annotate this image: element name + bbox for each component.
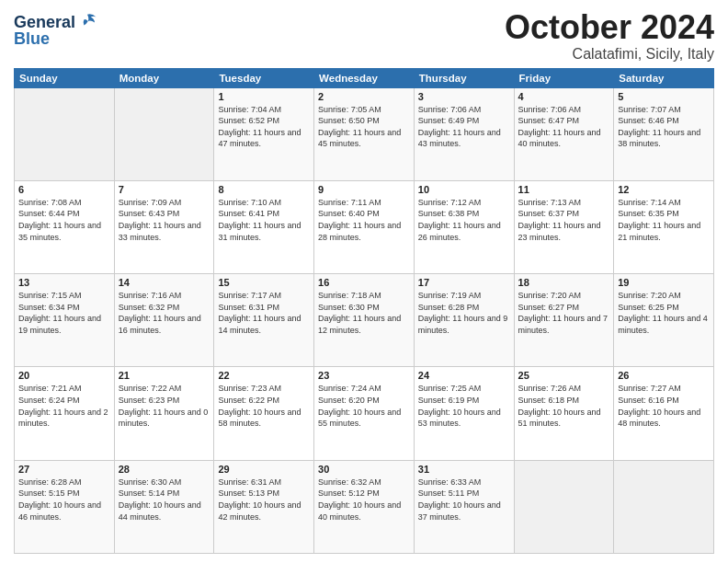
day-number: 22 (218, 370, 310, 381)
day-info: Sunrise: 7:06 AM Sunset: 6:49 PM Dayligh… (418, 104, 510, 150)
calendar-cell (614, 460, 714, 553)
day-info: Sunrise: 7:07 AM Sunset: 6:46 PM Dayligh… (618, 104, 710, 150)
day-number: 7 (119, 184, 210, 195)
day-number: 19 (618, 277, 710, 288)
calendar-cell: 16Sunrise: 7:18 AM Sunset: 6:30 PM Dayli… (314, 274, 415, 367)
calendar-cell: 14Sunrise: 7:16 AM Sunset: 6:32 PM Dayli… (114, 274, 214, 367)
calendar-cell: 24Sunrise: 7:25 AM Sunset: 6:19 PM Dayli… (414, 367, 514, 460)
day-info: Sunrise: 7:20 AM Sunset: 6:27 PM Dayligh… (518, 290, 610, 336)
col-wednesday: Wednesday (314, 68, 415, 87)
calendar-cell: 1Sunrise: 7:04 AM Sunset: 6:52 PM Daylig… (214, 87, 314, 180)
day-info: Sunrise: 7:13 AM Sunset: 6:37 PM Dayligh… (518, 197, 610, 243)
calendar-body: 1Sunrise: 7:04 AM Sunset: 6:52 PM Daylig… (15, 87, 714, 553)
calendar-cell: 12Sunrise: 7:14 AM Sunset: 6:35 PM Dayli… (614, 180, 714, 273)
day-number: 25 (518, 370, 610, 381)
calendar-cell: 20Sunrise: 7:21 AM Sunset: 6:24 PM Dayli… (15, 367, 115, 460)
calendar-cell: 29Sunrise: 6:31 AM Sunset: 5:13 PM Dayli… (214, 460, 314, 553)
month-title: October 2024 (505, 9, 714, 46)
day-number: 24 (418, 370, 510, 381)
calendar-week-1: 1Sunrise: 7:04 AM Sunset: 6:52 PM Daylig… (15, 87, 714, 180)
calendar-cell: 22Sunrise: 7:23 AM Sunset: 6:22 PM Dayli… (214, 367, 314, 460)
title-block: October 2024 Calatafimi, Sicily, Italy (505, 9, 714, 63)
logo-text: General Blue (14, 13, 97, 49)
day-info: Sunrise: 6:33 AM Sunset: 5:11 PM Dayligh… (418, 477, 510, 523)
calendar-cell: 26Sunrise: 7:27 AM Sunset: 6:16 PM Dayli… (614, 367, 714, 460)
day-info: Sunrise: 7:23 AM Sunset: 6:22 PM Dayligh… (218, 383, 310, 429)
calendar-cell: 4Sunrise: 7:06 AM Sunset: 6:47 PM Daylig… (514, 87, 614, 180)
day-info: Sunrise: 7:06 AM Sunset: 6:47 PM Dayligh… (518, 104, 610, 150)
calendar-cell: 2Sunrise: 7:05 AM Sunset: 6:50 PM Daylig… (314, 87, 415, 180)
calendar-cell: 6Sunrise: 7:08 AM Sunset: 6:44 PM Daylig… (15, 180, 115, 273)
calendar-cell: 10Sunrise: 7:12 AM Sunset: 6:38 PM Dayli… (414, 180, 514, 273)
col-friday: Friday (514, 68, 614, 87)
col-saturday: Saturday (614, 68, 714, 87)
day-number: 3 (418, 91, 510, 102)
day-info: Sunrise: 7:27 AM Sunset: 6:16 PM Dayligh… (618, 383, 710, 429)
day-info: Sunrise: 7:22 AM Sunset: 6:23 PM Dayligh… (119, 383, 210, 429)
calendar-week-5: 27Sunrise: 6:28 AM Sunset: 5:15 PM Dayli… (15, 460, 714, 553)
calendar-cell: 18Sunrise: 7:20 AM Sunset: 6:27 PM Dayli… (514, 274, 614, 367)
day-info: Sunrise: 7:25 AM Sunset: 6:19 PM Dayligh… (418, 383, 510, 429)
day-info: Sunrise: 7:04 AM Sunset: 6:52 PM Dayligh… (218, 104, 310, 150)
calendar-cell: 25Sunrise: 7:26 AM Sunset: 6:18 PM Dayli… (514, 367, 614, 460)
day-info: Sunrise: 7:10 AM Sunset: 6:41 PM Dayligh… (218, 197, 310, 243)
calendar-cell: 9Sunrise: 7:11 AM Sunset: 6:40 PM Daylig… (314, 180, 415, 273)
calendar-cell: 27Sunrise: 6:28 AM Sunset: 5:15 PM Dayli… (15, 460, 115, 553)
calendar-cell: 23Sunrise: 7:24 AM Sunset: 6:20 PM Dayli… (314, 367, 415, 460)
day-info: Sunrise: 7:14 AM Sunset: 6:35 PM Dayligh… (618, 197, 710, 243)
day-info: Sunrise: 7:16 AM Sunset: 6:32 PM Dayligh… (119, 290, 210, 336)
calendar-cell (514, 460, 614, 553)
day-number: 31 (418, 464, 510, 475)
day-number: 28 (119, 464, 210, 475)
day-info: Sunrise: 7:26 AM Sunset: 6:18 PM Dayligh… (518, 383, 610, 429)
day-info: Sunrise: 6:32 AM Sunset: 5:12 PM Dayligh… (318, 477, 410, 523)
header-row: Sunday Monday Tuesday Wednesday Thursday… (15, 68, 714, 87)
calendar-cell: 5Sunrise: 7:07 AM Sunset: 6:46 PM Daylig… (614, 87, 714, 180)
day-number: 26 (618, 370, 710, 381)
col-thursday: Thursday (414, 68, 514, 87)
day-number: 13 (18, 277, 110, 288)
calendar-cell: 8Sunrise: 7:10 AM Sunset: 6:41 PM Daylig… (214, 180, 314, 273)
header: General Blue October 2024 Calatafimi, Si… (14, 9, 714, 63)
calendar-cell: 15Sunrise: 7:17 AM Sunset: 6:31 PM Dayli… (214, 274, 314, 367)
calendar-week-4: 20Sunrise: 7:21 AM Sunset: 6:24 PM Dayli… (15, 367, 714, 460)
day-info: Sunrise: 7:19 AM Sunset: 6:28 PM Dayligh… (418, 290, 510, 336)
day-number: 15 (218, 277, 310, 288)
day-number: 14 (119, 277, 210, 288)
day-number: 12 (618, 184, 710, 195)
day-info: Sunrise: 7:24 AM Sunset: 6:20 PM Dayligh… (318, 383, 410, 429)
day-number: 11 (518, 184, 610, 195)
calendar-cell: 28Sunrise: 6:30 AM Sunset: 5:14 PM Dayli… (114, 460, 214, 553)
day-number: 4 (518, 91, 610, 102)
day-number: 9 (318, 184, 410, 195)
day-number: 29 (218, 464, 310, 475)
day-info: Sunrise: 7:09 AM Sunset: 6:43 PM Dayligh… (119, 197, 210, 243)
day-info: Sunrise: 7:21 AM Sunset: 6:24 PM Dayligh… (18, 383, 110, 429)
calendar-week-3: 13Sunrise: 7:15 AM Sunset: 6:34 PM Dayli… (15, 274, 714, 367)
day-info: Sunrise: 6:30 AM Sunset: 5:14 PM Dayligh… (119, 477, 210, 523)
day-info: Sunrise: 6:28 AM Sunset: 5:15 PM Dayligh… (18, 477, 110, 523)
calendar-cell: 13Sunrise: 7:15 AM Sunset: 6:34 PM Dayli… (15, 274, 115, 367)
calendar-week-2: 6Sunrise: 7:08 AM Sunset: 6:44 PM Daylig… (15, 180, 714, 273)
calendar-table: Sunday Monday Tuesday Wednesday Thursday… (14, 68, 714, 554)
calendar-cell (114, 87, 214, 180)
calendar-cell: 3Sunrise: 7:06 AM Sunset: 6:49 PM Daylig… (414, 87, 514, 180)
day-number: 1 (218, 91, 310, 102)
calendar-cell: 11Sunrise: 7:13 AM Sunset: 6:37 PM Dayli… (514, 180, 614, 273)
day-number: 17 (418, 277, 510, 288)
day-number: 2 (318, 91, 410, 102)
day-info: Sunrise: 6:31 AM Sunset: 5:13 PM Dayligh… (218, 477, 310, 523)
day-number: 21 (119, 370, 210, 381)
col-sunday: Sunday (15, 68, 115, 87)
day-number: 8 (218, 184, 310, 195)
day-number: 20 (18, 370, 110, 381)
day-info: Sunrise: 7:17 AM Sunset: 6:31 PM Dayligh… (218, 290, 310, 336)
day-info: Sunrise: 7:08 AM Sunset: 6:44 PM Dayligh… (18, 197, 110, 243)
day-info: Sunrise: 7:15 AM Sunset: 6:34 PM Dayligh… (18, 290, 110, 336)
day-info: Sunrise: 7:05 AM Sunset: 6:50 PM Dayligh… (318, 104, 410, 150)
calendar-cell: 19Sunrise: 7:20 AM Sunset: 6:25 PM Dayli… (614, 274, 714, 367)
day-number: 23 (318, 370, 410, 381)
day-info: Sunrise: 7:11 AM Sunset: 6:40 PM Dayligh… (318, 197, 410, 243)
col-tuesday: Tuesday (214, 68, 314, 87)
location: Calatafimi, Sicily, Italy (505, 46, 714, 63)
